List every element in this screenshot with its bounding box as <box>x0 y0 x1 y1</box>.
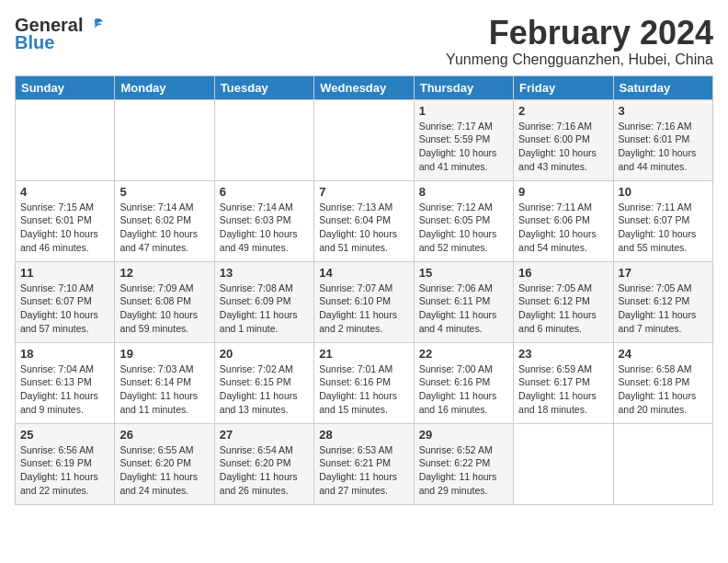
day-header-saturday: Saturday <box>613 75 712 99</box>
day-header-monday: Monday <box>115 75 214 99</box>
cell-info: Sunrise: 7:15 AM Sunset: 6:01 PM Dayligh… <box>20 201 109 255</box>
day-number: 10 <box>619 185 708 199</box>
calendar-cell: 29Sunrise: 6:52 AM Sunset: 6:22 PM Dayli… <box>414 423 513 504</box>
day-number: 24 <box>619 347 708 361</box>
day-number: 23 <box>518 347 608 361</box>
cell-info: Sunrise: 7:05 AM Sunset: 6:12 PM Dayligh… <box>518 282 608 336</box>
day-number: 20 <box>220 347 309 361</box>
calendar-cell: 9Sunrise: 7:11 AM Sunset: 6:06 PM Daylig… <box>514 180 613 261</box>
calendar-cell: 10Sunrise: 7:11 AM Sunset: 6:07 PM Dayli… <box>613 180 712 261</box>
day-number: 6 <box>220 185 309 199</box>
cell-info: Sunrise: 7:10 AM Sunset: 6:07 PM Dayligh… <box>20 282 109 336</box>
cell-info: Sunrise: 7:07 AM Sunset: 6:10 PM Dayligh… <box>319 282 408 336</box>
calendar-cell: 14Sunrise: 7:07 AM Sunset: 6:10 PM Dayli… <box>314 261 414 342</box>
day-number: 13 <box>220 266 309 280</box>
calendar-cell <box>613 423 712 504</box>
cell-info: Sunrise: 7:16 AM Sunset: 6:01 PM Dayligh… <box>619 120 708 174</box>
day-header-tuesday: Tuesday <box>214 75 313 99</box>
cell-info: Sunrise: 6:55 AM Sunset: 6:20 PM Dayligh… <box>119 443 209 498</box>
calendar-cell: 18Sunrise: 7:04 AM Sunset: 6:13 PM Dayli… <box>16 342 115 423</box>
cell-info: Sunrise: 7:05 AM Sunset: 6:12 PM Dayligh… <box>619 282 708 336</box>
day-number: 21 <box>319 347 408 361</box>
week-row-1: 1Sunrise: 7:17 AM Sunset: 5:59 PM Daylig… <box>16 99 713 180</box>
day-number: 18 <box>20 347 109 361</box>
cell-info: Sunrise: 7:17 AM Sunset: 5:59 PM Dayligh… <box>419 120 508 174</box>
week-row-5: 25Sunrise: 6:56 AM Sunset: 6:19 PM Dayli… <box>16 423 713 504</box>
day-number: 14 <box>319 266 408 280</box>
calendar-cell: 12Sunrise: 7:09 AM Sunset: 6:08 PM Dayli… <box>115 261 214 342</box>
day-number: 25 <box>20 428 109 442</box>
header: General Blue February 2024 Yunmeng Cheng… <box>15 15 713 68</box>
calendar-cell: 15Sunrise: 7:06 AM Sunset: 6:11 PM Dayli… <box>414 261 513 342</box>
calendar-cell: 23Sunrise: 6:59 AM Sunset: 6:17 PM Dayli… <box>514 342 613 423</box>
day-number: 7 <box>319 185 408 199</box>
calendar-cell: 22Sunrise: 7:00 AM Sunset: 6:16 PM Dayli… <box>414 342 513 423</box>
day-number: 26 <box>119 428 209 442</box>
cell-info: Sunrise: 7:02 AM Sunset: 6:15 PM Dayligh… <box>220 362 309 417</box>
day-number: 28 <box>319 428 408 442</box>
cell-info: Sunrise: 7:03 AM Sunset: 6:14 PM Dayligh… <box>119 362 209 417</box>
calendar-cell: 13Sunrise: 7:08 AM Sunset: 6:09 PM Dayli… <box>214 261 313 342</box>
calendar-cell: 2Sunrise: 7:16 AM Sunset: 6:00 PM Daylig… <box>514 99 613 180</box>
day-number: 9 <box>518 185 608 199</box>
cell-info: Sunrise: 7:14 AM Sunset: 6:02 PM Dayligh… <box>119 201 209 255</box>
calendar-cell: 19Sunrise: 7:03 AM Sunset: 6:14 PM Dayli… <box>115 342 214 423</box>
calendar-cell: 24Sunrise: 6:58 AM Sunset: 6:18 PM Dayli… <box>613 342 712 423</box>
cell-info: Sunrise: 7:00 AM Sunset: 6:16 PM Dayligh… <box>419 362 508 417</box>
day-number: 27 <box>220 428 309 442</box>
week-row-3: 11Sunrise: 7:10 AM Sunset: 6:07 PM Dayli… <box>16 261 713 342</box>
cell-info: Sunrise: 6:56 AM Sunset: 6:19 PM Dayligh… <box>20 443 109 498</box>
day-header-thursday: Thursday <box>414 75 513 99</box>
day-number: 15 <box>419 266 508 280</box>
week-row-4: 18Sunrise: 7:04 AM Sunset: 6:13 PM Dayli… <box>16 342 713 423</box>
cell-info: Sunrise: 6:58 AM Sunset: 6:18 PM Dayligh… <box>619 362 708 417</box>
day-number: 29 <box>419 428 508 442</box>
cell-info: Sunrise: 7:06 AM Sunset: 6:11 PM Dayligh… <box>419 282 508 336</box>
day-number: 5 <box>119 185 209 199</box>
calendar-cell: 6Sunrise: 7:14 AM Sunset: 6:03 PM Daylig… <box>214 180 313 261</box>
week-row-2: 4Sunrise: 7:15 AM Sunset: 6:01 PM Daylig… <box>16 180 713 261</box>
location-title: Yunmeng Chengguanzhen, Hubei, China <box>446 52 713 68</box>
calendar-cell: 7Sunrise: 7:13 AM Sunset: 6:04 PM Daylig… <box>314 180 414 261</box>
cell-info: Sunrise: 7:09 AM Sunset: 6:08 PM Dayligh… <box>119 282 209 336</box>
days-header-row: SundayMondayTuesdayWednesdayThursdayFrid… <box>16 75 713 99</box>
day-number: 17 <box>619 266 708 280</box>
cell-info: Sunrise: 7:01 AM Sunset: 6:16 PM Dayligh… <box>319 362 408 417</box>
day-number: 3 <box>619 104 708 118</box>
day-number: 19 <box>119 347 209 361</box>
day-number: 12 <box>119 266 209 280</box>
calendar-cell: 27Sunrise: 6:54 AM Sunset: 6:20 PM Dayli… <box>214 423 313 504</box>
calendar-cell: 4Sunrise: 7:15 AM Sunset: 6:01 PM Daylig… <box>16 180 115 261</box>
calendar-cell: 20Sunrise: 7:02 AM Sunset: 6:15 PM Dayli… <box>214 342 313 423</box>
calendar-cell: 21Sunrise: 7:01 AM Sunset: 6:16 PM Dayli… <box>314 342 414 423</box>
calendar-cell <box>214 99 313 180</box>
month-title: February 2024 <box>446 15 713 52</box>
cell-info: Sunrise: 7:12 AM Sunset: 6:05 PM Dayligh… <box>419 201 508 255</box>
calendar-body: 1Sunrise: 7:17 AM Sunset: 5:59 PM Daylig… <box>16 99 713 504</box>
day-number: 1 <box>419 104 508 118</box>
title-section: February 2024 Yunmeng Chengguanzhen, Hub… <box>446 15 713 68</box>
logo: General Blue <box>15 15 105 53</box>
calendar-cell <box>514 423 613 504</box>
cell-info: Sunrise: 7:16 AM Sunset: 6:00 PM Dayligh… <box>518 120 608 174</box>
day-number: 8 <box>419 185 508 199</box>
calendar-cell: 5Sunrise: 7:14 AM Sunset: 6:02 PM Daylig… <box>115 180 214 261</box>
calendar-cell: 17Sunrise: 7:05 AM Sunset: 6:12 PM Dayli… <box>613 261 712 342</box>
calendar-cell: 8Sunrise: 7:12 AM Sunset: 6:05 PM Daylig… <box>414 180 513 261</box>
cell-info: Sunrise: 7:08 AM Sunset: 6:09 PM Dayligh… <box>220 282 309 336</box>
cell-info: Sunrise: 7:11 AM Sunset: 6:06 PM Dayligh… <box>518 201 608 255</box>
day-number: 22 <box>419 347 508 361</box>
cell-info: Sunrise: 7:14 AM Sunset: 6:03 PM Dayligh… <box>220 201 309 255</box>
cell-info: Sunrise: 6:52 AM Sunset: 6:22 PM Dayligh… <box>419 443 508 498</box>
calendar-table: SundayMondayTuesdayWednesdayThursdayFrid… <box>15 75 713 505</box>
day-header-wednesday: Wednesday <box>314 75 414 99</box>
calendar-cell: 3Sunrise: 7:16 AM Sunset: 6:01 PM Daylig… <box>613 99 712 180</box>
calendar-cell <box>115 99 214 180</box>
day-number: 11 <box>20 266 109 280</box>
cell-info: Sunrise: 6:54 AM Sunset: 6:20 PM Dayligh… <box>220 443 309 498</box>
logo-bird-icon <box>85 16 105 36</box>
day-number: 2 <box>518 104 608 118</box>
logo-blue-text: Blue <box>15 32 54 53</box>
cell-info: Sunrise: 6:53 AM Sunset: 6:21 PM Dayligh… <box>319 443 408 498</box>
day-header-sunday: Sunday <box>16 75 115 99</box>
